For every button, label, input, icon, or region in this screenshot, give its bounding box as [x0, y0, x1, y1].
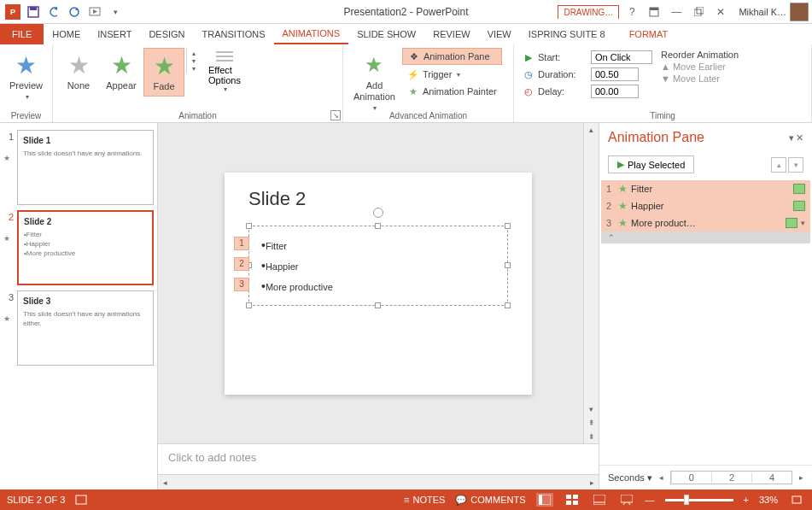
help-icon[interactable]: ? [622, 3, 641, 21]
app-icon[interactable]: P [3, 3, 22, 21]
pane-dropdown-icon[interactable]: ▾ [789, 132, 794, 144]
scroll-left-icon[interactable]: ◂ [158, 478, 172, 487]
vertical-scrollbar[interactable]: ▴ ▾ ⇞ ⇟ [583, 123, 599, 443]
animation-tag-2[interactable]: 2 [234, 257, 249, 271]
notes-button[interactable]: ≡ NOTES [404, 495, 445, 505]
tab-file[interactable]: FILE [0, 24, 44, 44]
preview-button[interactable]: ★ Preview ▾ [5, 48, 47, 104]
comments-button[interactable]: 💬 COMMENTS [455, 495, 525, 506]
play-selected-button[interactable]: ▶Play Selected [608, 155, 694, 173]
undo-icon[interactable] [44, 3, 63, 21]
zoom-in-button[interactable]: + [744, 495, 749, 505]
timeline-ruler[interactable]: 024 [670, 471, 792, 484]
animation-item-2[interactable]: 2★Happier [601, 197, 810, 214]
animation-none-button[interactable]: ★ None [58, 48, 99, 95]
content-textbox[interactable]: 1 •Fitter 2 •Happier 3 •More productive [248, 226, 508, 306]
tab-animations[interactable]: ANIMATIONS [274, 24, 349, 44]
bullet-2[interactable]: •Happier [261, 255, 495, 276]
animation-tag-3[interactable]: 3 [234, 278, 249, 291]
tab-format[interactable]: FORMAT [621, 24, 677, 44]
animation-tag-1[interactable]: 1 [234, 237, 249, 250]
thumbnail-slide-2[interactable]: 2★ Slide 2•Fitter •Happier •More product… [3, 210, 154, 285]
fit-to-window-icon[interactable] [788, 493, 805, 507]
start-from-beginning-icon[interactable] [85, 3, 104, 21]
scroll-right-icon[interactable]: ▸ [585, 478, 599, 487]
animation-painter-button[interactable]: ★ Animation Painter [402, 84, 502, 99]
resize-handle[interactable] [246, 223, 252, 229]
normal-view-icon[interactable] [536, 493, 553, 507]
animation-pane-button[interactable]: ❖ Animation Pane [402, 48, 502, 65]
tab-transitions[interactable]: TRANSITIONS [194, 24, 274, 44]
minimize-icon[interactable]: — [667, 3, 686, 21]
move-earlier-button[interactable]: ▲ Move Earlier [661, 62, 739, 72]
zoom-slider[interactable] [665, 499, 733, 501]
duration-input[interactable] [591, 67, 639, 81]
animation-fade-button[interactable]: ★ Fade [143, 48, 184, 97]
resize-handle[interactable] [505, 262, 511, 268]
avatar[interactable] [790, 3, 809, 21]
move-up-button[interactable]: ▴ [771, 157, 786, 173]
seconds-label[interactable]: Seconds ▾ [608, 472, 652, 484]
effect-options-button[interactable]: Effect Options ▾ [207, 48, 242, 97]
trigger-button[interactable]: ⚡ Trigger▾ [402, 67, 502, 82]
tab-design[interactable]: DESIGN [140, 24, 193, 44]
add-animation-button[interactable]: ★ Add Animation ▾ [348, 48, 400, 115]
zoom-out-button[interactable]: — [646, 495, 655, 505]
timeline-bar[interactable] [793, 184, 805, 194]
resize-handle[interactable] [505, 223, 511, 229]
redo-icon[interactable] [65, 3, 84, 21]
notes-pane[interactable]: Click to add notes [158, 443, 599, 474]
reading-view-icon[interactable] [591, 493, 608, 507]
animation-appear-button[interactable]: ★ Appear [101, 48, 142, 95]
rotation-handle[interactable] [373, 208, 383, 218]
slide[interactable]: Slide 2 1 •Fitter 2 •Happier 3 [225, 173, 532, 395]
tab-slideshow[interactable]: SLIDE SHOW [348, 24, 424, 44]
timeline-bar[interactable] [786, 218, 797, 228]
slide-thumbnails[interactable]: 1★ Slide 1This slide doesn't have any an… [0, 123, 158, 489]
move-down-button[interactable]: ▾ [788, 157, 803, 173]
animation-item-3[interactable]: 3★More product…▾ [601, 214, 810, 232]
tab-home[interactable]: HOME [44, 24, 89, 44]
scroll-up-icon[interactable]: ▴ [584, 123, 599, 137]
user-name[interactable]: Mikhail K… [739, 7, 786, 17]
resize-handle[interactable] [375, 223, 381, 229]
resize-handle[interactable] [505, 302, 511, 308]
timeline-bar[interactable] [793, 201, 805, 211]
customize-qat-icon[interactable]: ▾ [106, 3, 125, 21]
delay-input[interactable] [591, 85, 639, 98]
horizontal-scrollbar[interactable]: ◂▸ [158, 474, 599, 489]
start-dropdown[interactable] [591, 50, 652, 64]
close-icon[interactable]: ✕ [711, 3, 730, 21]
prev-slide-icon[interactable]: ⇞ [584, 416, 599, 430]
tab-insert[interactable]: INSERT [89, 24, 140, 44]
next-slide-icon[interactable]: ⇟ [584, 430, 599, 443]
tab-ispring[interactable]: ISPRING SUITE 8 [520, 24, 614, 44]
ribbon-display-options-icon[interactable] [645, 3, 663, 21]
timeline-scroll-left-icon[interactable]: ◂ [659, 473, 663, 482]
slide-sorter-view-icon[interactable] [564, 493, 581, 507]
animation-item-1[interactable]: 1★Fitter [601, 180, 810, 197]
timeline-scroll-right-icon[interactable]: ▸ [799, 473, 803, 482]
slide-canvas[interactable]: Slide 2 1 •Fitter 2 •Happier 3 [158, 123, 599, 443]
slideshow-view-icon[interactable] [618, 493, 635, 507]
tab-view[interactable]: VIEW [479, 24, 520, 44]
resize-handle[interactable] [375, 302, 381, 308]
slide-title[interactable]: Slide 2 [248, 188, 508, 210]
slide-counter[interactable]: SLIDE 2 OF 3 [7, 495, 65, 505]
thumbnail-slide-3[interactable]: 3★ Slide 3This slide doesn't have any an… [3, 290, 154, 366]
resize-handle[interactable] [246, 302, 252, 308]
collapse-toggle[interactable]: ⌃ [601, 232, 810, 243]
move-later-button[interactable]: ▼ Move Later [661, 73, 739, 84]
save-icon[interactable] [24, 3, 43, 21]
scroll-down-icon[interactable]: ▾ [584, 402, 599, 416]
tab-review[interactable]: REVIEW [424, 24, 478, 44]
bullet-3[interactable]: •More productive [261, 276, 495, 296]
thumbnail-slide-1[interactable]: 1★ Slide 1This slide doesn't have any an… [3, 130, 154, 205]
zoom-level[interactable]: 33% [759, 495, 778, 505]
animation-gallery-more[interactable]: ▴ ▾ ▾ [186, 48, 200, 73]
restore-icon[interactable] [689, 3, 708, 21]
pane-close-icon[interactable]: ✕ [796, 132, 803, 144]
chevron-down-icon[interactable]: ▾ [801, 219, 805, 227]
bullet-1[interactable]: •Fitter [261, 235, 495, 255]
spell-check-icon[interactable] [75, 494, 87, 506]
